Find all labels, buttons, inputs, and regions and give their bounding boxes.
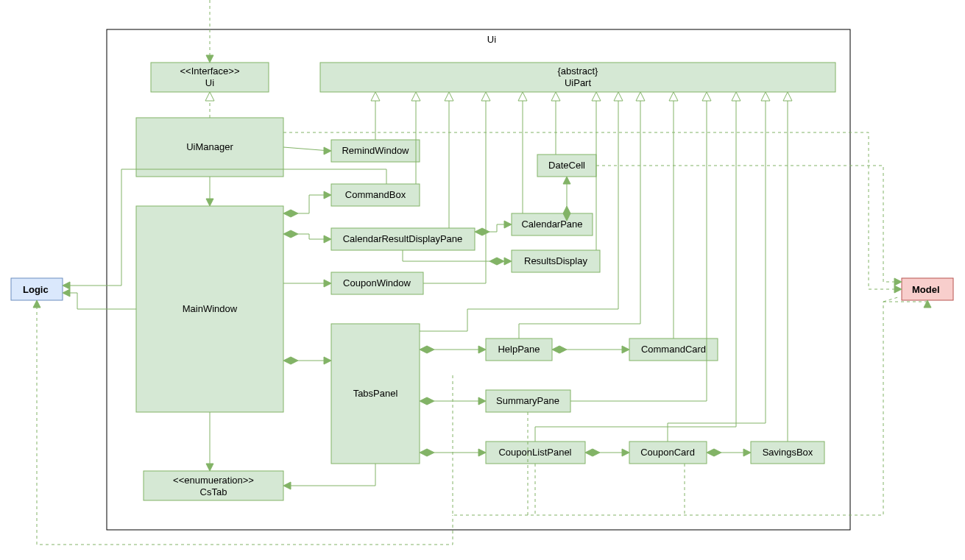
node-ui-interface-stereo: <<Interface>> [180, 65, 240, 77]
svg-marker-42 [743, 449, 751, 456]
svg-marker-14 [489, 258, 504, 265]
node-couponcard-label: CouponCard [640, 447, 695, 458]
svg-marker-29 [552, 346, 567, 353]
uml-diagram: Ui Logic Model <<Interface>> Ui {abstrac… [0, 0, 965, 560]
node-helppane-label: HelpPane [498, 344, 540, 355]
svg-marker-19 [551, 92, 560, 101]
svg-marker-48 [894, 278, 902, 286]
svg-marker-41 [707, 449, 721, 456]
svg-marker-22 [481, 92, 490, 101]
node-commandbox-label: CommandBox [345, 189, 406, 200]
svg-marker-21 [324, 280, 331, 287]
svg-marker-16 [518, 92, 527, 101]
svg-marker-6 [324, 191, 331, 199]
svg-marker-7 [411, 92, 420, 101]
svg-marker-27 [478, 346, 486, 353]
node-calendarpane-label: CalendarPane [521, 219, 582, 230]
svg-marker-18 [563, 177, 570, 184]
svg-marker-8 [63, 282, 70, 289]
svg-marker-10 [324, 235, 331, 243]
svg-marker-9 [283, 230, 298, 238]
svg-marker-12 [475, 228, 489, 235]
node-mainwindow-label: MainWindow [183, 303, 238, 314]
node-savingsbox-label: SavingsBox [763, 447, 813, 458]
node-couponlistpanel-label: CouponListPanel [498, 447, 571, 458]
svg-marker-23 [283, 357, 298, 364]
node-resultsdisplay-label: ResultsDisplay [524, 255, 587, 266]
node-uipart-stereo: {abstract} [558, 65, 599, 77]
svg-marker-39 [622, 449, 629, 456]
svg-marker-25 [614, 92, 623, 101]
svg-marker-36 [478, 449, 486, 456]
svg-marker-33 [478, 397, 486, 405]
svg-marker-4 [371, 92, 380, 101]
node-summarypane-label: SummaryPane [496, 395, 559, 406]
node-tabspanel-label: TabsPanel [353, 388, 398, 399]
node-cstab-stereo: <<enumueration>> [173, 475, 254, 486]
svg-marker-31 [669, 92, 678, 101]
svg-marker-28 [636, 92, 645, 101]
svg-marker-3 [324, 147, 331, 155]
node-ui-interface-name: Ui [205, 77, 214, 88]
node-uimanager-label: UiManager [186, 141, 233, 152]
svg-marker-15 [504, 258, 512, 265]
svg-marker-38 [585, 449, 600, 456]
node-model-label: Model [912, 284, 940, 295]
node-couponwindow-label: CouponWindow [343, 277, 411, 288]
node-remindwindow-label: RemindWindow [342, 145, 409, 156]
svg-marker-37 [732, 92, 740, 101]
node-commandcard-label: CommandCard [641, 344, 706, 355]
svg-marker-35 [420, 449, 434, 456]
svg-marker-2 [206, 199, 213, 206]
svg-marker-5 [283, 210, 298, 217]
svg-marker-13 [504, 221, 512, 228]
svg-marker-24 [324, 357, 331, 364]
svg-marker-20 [592, 92, 601, 101]
svg-marker-1 [205, 92, 214, 101]
node-uipart-name: UiPart [565, 77, 592, 88]
node-cstab-name: CsTab [200, 486, 227, 497]
package-ui-title: Ui [487, 34, 496, 45]
node-logic-label: Logic [23, 284, 49, 295]
svg-marker-46 [63, 289, 70, 297]
svg-marker-30 [622, 346, 629, 353]
svg-marker-32 [420, 397, 434, 405]
node-datecell-label: DateCell [548, 160, 585, 171]
svg-marker-11 [445, 92, 453, 101]
svg-marker-34 [702, 92, 711, 101]
svg-marker-50 [33, 300, 40, 308]
svg-marker-47 [894, 286, 902, 293]
svg-marker-43 [783, 92, 792, 101]
svg-marker-45 [206, 464, 213, 471]
svg-marker-26 [420, 346, 434, 353]
svg-marker-40 [761, 92, 770, 101]
svg-marker-44 [283, 482, 291, 489]
node-calendarresultdisplaypane-label: CalendarResultDisplayPane [343, 233, 463, 244]
svg-marker-0 [206, 55, 213, 63]
